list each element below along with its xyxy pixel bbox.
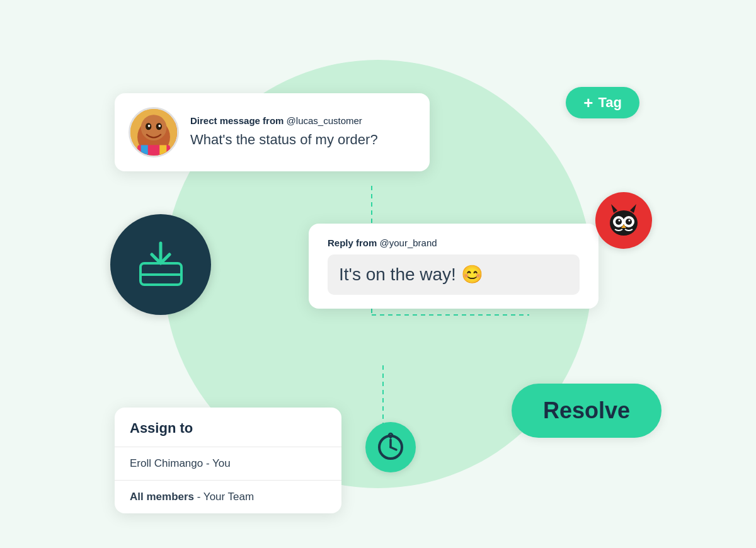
assign-row-2-bold: All members [130, 491, 194, 503]
reply-username: @your_brand [380, 237, 437, 248]
clock-icon [365, 422, 416, 472]
scene: + Tag [0, 0, 756, 548]
svg-point-21 [148, 125, 151, 127]
tag-plus-icon: + [583, 94, 593, 111]
assign-card: Assign to Eroll Chimango - You All membe… [115, 408, 341, 513]
clock-svg [375, 432, 406, 462]
svg-point-10 [619, 220, 621, 222]
assign-row-1-text: Eroll Chimango - You [130, 457, 231, 469]
reply-card: Reply from @your_brand It's on the way! … [309, 224, 598, 309]
dm-card-content: Direct message from @lucas_customer What… [190, 115, 412, 149]
assign-row-1[interactable]: Eroll Chimango - You [115, 447, 341, 481]
hootsuite-icon [595, 192, 652, 249]
svg-point-11 [629, 220, 631, 222]
reply-message: It's on the way! 😊 [328, 254, 580, 295]
tag-button[interactable]: + Tag [566, 87, 639, 118]
svg-rect-25 [159, 145, 166, 156]
avatar [129, 107, 179, 157]
dm-username: @lucas_customer [287, 115, 362, 126]
tag-label: Tag [598, 94, 622, 111]
svg-point-9 [626, 219, 632, 225]
dm-header: Direct message from @lucas_customer [190, 115, 412, 126]
svg-rect-24 [141, 145, 148, 156]
dm-message: What's the status of my order? [190, 131, 412, 149]
resolve-button[interactable]: Resolve [512, 384, 662, 438]
dm-header-bold: Direct message from [190, 115, 284, 126]
inbox-icon [110, 214, 211, 315]
svg-marker-5 [630, 204, 636, 213]
resolve-label: Resolve [543, 397, 630, 423]
svg-line-28 [391, 447, 396, 450]
assign-header: Assign to [115, 408, 341, 447]
svg-point-18 [141, 115, 167, 140]
inbox-svg [134, 238, 188, 292]
svg-marker-4 [611, 204, 617, 213]
dm-card: Direct message from @lucas_customer What… [115, 93, 430, 171]
reply-header-bold: Reply from [328, 237, 377, 248]
reply-header: Reply from @your_brand [328, 237, 580, 248]
svg-point-22 [158, 125, 161, 127]
svg-point-8 [616, 219, 622, 225]
assign-row-2-text: - Your Team [194, 491, 254, 503]
assign-row-2[interactable]: All members - Your Team [115, 481, 341, 513]
owl-svg [605, 202, 643, 239]
